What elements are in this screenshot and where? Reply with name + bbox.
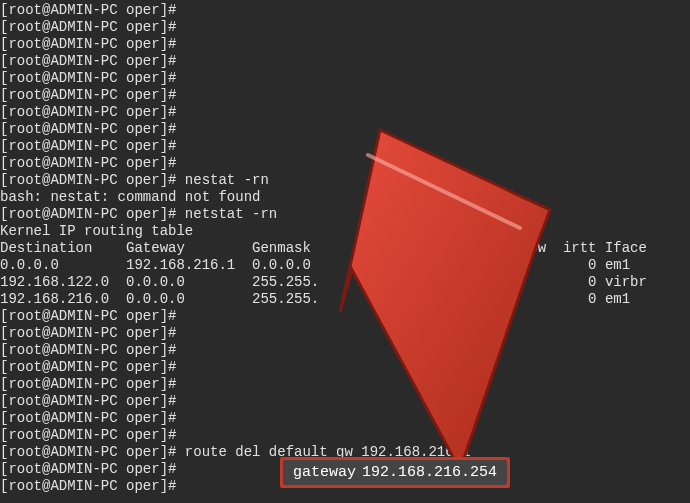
terminal-line: [root@ADMIN-PC oper]# bbox=[0, 155, 690, 172]
terminal-line: [root@ADMIN-PC oper]# bbox=[0, 359, 690, 376]
terminal-line: [root@ADMIN-PC oper]# bbox=[0, 308, 690, 325]
terminal-line: [root@ADMIN-PC oper]# bbox=[0, 410, 690, 427]
terminal-line: [root@ADMIN-PC oper]# bbox=[0, 376, 690, 393]
callout-value: 192.168.216.254 bbox=[362, 464, 497, 481]
gateway-callout: gateway192.168.216.254 bbox=[280, 457, 510, 488]
terminal-line: [root@ADMIN-PC oper]# bbox=[0, 325, 690, 342]
terminal-line: [root@ADMIN-PC oper]# bbox=[0, 121, 690, 138]
terminal-line: [root@ADMIN-PC oper]# bbox=[0, 104, 690, 121]
terminal-line: [root@ADMIN-PC oper]# bbox=[0, 2, 690, 19]
terminal-line: [root@ADMIN-PC oper]# bbox=[0, 342, 690, 359]
terminal-line: [root@ADMIN-PC oper]# bbox=[0, 19, 690, 36]
terminal-line: [root@ADMIN-PC oper]# bbox=[0, 138, 690, 155]
routing-table-row: 0.0.0.0 192.168.216.1 0.0.0.0 0 0 0 em1 bbox=[0, 257, 690, 274]
terminal-line: [root@ADMIN-PC oper]# bbox=[0, 36, 690, 53]
terminal-line: [root@ADMIN-PC oper]# bbox=[0, 427, 690, 444]
callout-label: gateway bbox=[293, 464, 356, 481]
routing-table-row: 192.168.122.0 0.0.0.0 255.255. 0 0 virbr bbox=[0, 274, 690, 291]
terminal-line: [root@ADMIN-PC oper]# bbox=[0, 393, 690, 410]
terminal-line: [root@ADMIN-PC oper]# netstat -rn bbox=[0, 206, 690, 223]
terminal-line: Kernel IP routing table bbox=[0, 223, 690, 240]
terminal-output[interactable]: [root@ADMIN-PC oper]# [root@ADMIN-PC ope… bbox=[0, 2, 690, 495]
routing-table-header: Destination Gateway Genmask MSS Window i… bbox=[0, 240, 690, 257]
terminal-line: bash: nestat: command not found bbox=[0, 189, 690, 206]
terminal-line: [root@ADMIN-PC oper]# nestat -rn bbox=[0, 172, 690, 189]
terminal-line: [root@ADMIN-PC oper]# bbox=[0, 70, 690, 87]
routing-table-row: 192.168.216.0 0.0.0.0 255.255. 0 em1 bbox=[0, 291, 690, 308]
terminal-line: [root@ADMIN-PC oper]# bbox=[0, 87, 690, 104]
terminal-line: [root@ADMIN-PC oper]# bbox=[0, 53, 690, 70]
